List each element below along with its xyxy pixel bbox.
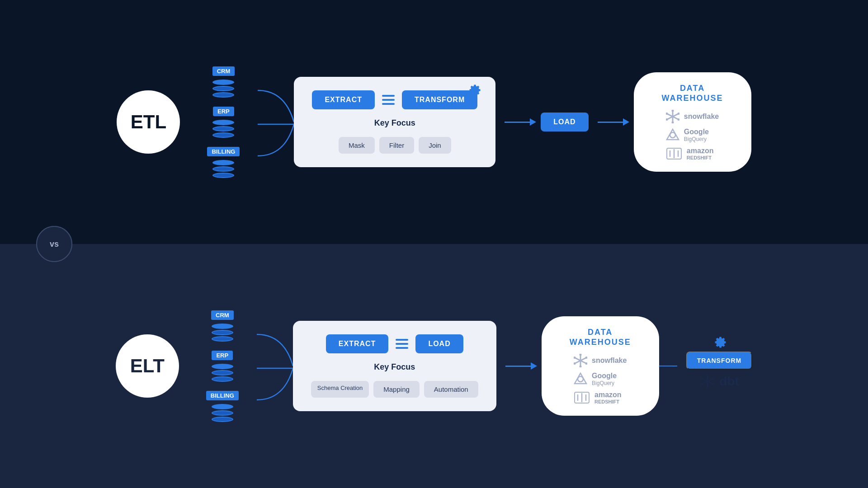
etl-badges: Mask Filter Join — [339, 137, 451, 154]
redshift-text-top: amazonREDSHIFT — [687, 147, 714, 160]
erp-db-bot — [212, 364, 233, 382]
redshift-icon-bot — [574, 391, 590, 404]
gear-icon-bot — [711, 333, 727, 351]
svg-point-11 — [670, 132, 675, 138]
transform-button-ext[interactable]: TRANSFORM — [686, 352, 752, 370]
extract-button-bot[interactable]: EXTRACT — [326, 334, 389, 353]
elt-badges: Schema Creation Mapping Automation — [311, 381, 478, 398]
snowflake-text-bot: snowflake — [592, 357, 627, 365]
redshift-icon-top — [666, 147, 682, 160]
badge-automation: Automation — [424, 381, 478, 398]
bigquery-row-bot: GoogleBigQuery — [574, 372, 627, 386]
badge-join: Join — [419, 137, 451, 154]
elt-section: ELT CRM ERP — [0, 244, 868, 488]
db-disk — [212, 173, 234, 178]
key-focus-title-bot: Key Focus — [374, 362, 415, 372]
badge-schema: Schema Creation — [311, 381, 369, 398]
branch-lines-top — [258, 72, 294, 172]
badge-mask: Mask — [339, 137, 375, 154]
vs-circle-fixed: vs — [36, 226, 72, 262]
erp-db-top — [212, 120, 234, 138]
snowflake-text-top: snowflake — [684, 113, 719, 121]
redshift-row-bot: amazonREDSHIFT — [574, 391, 627, 404]
snowflake-row-top: snowflake — [666, 110, 719, 123]
h-line-to-transform — [659, 366, 677, 366]
svg-point-4 — [671, 110, 674, 112]
db-disk — [212, 86, 234, 91]
db-disk — [212, 126, 234, 131]
warehouse-logos-bot: snowflake GoogleBigQuery — [574, 354, 627, 404]
redshift-text-bot: amazonREDSHIFT — [594, 391, 622, 404]
redshift-row-top: amazonREDSHIFT — [666, 147, 719, 160]
bigquery-text-top: GoogleBigQuery — [684, 128, 709, 142]
load-button-bot[interactable]: LOAD — [415, 334, 463, 353]
warehouse-title-bot: DATA WAREHOUSE — [570, 328, 631, 347]
snowflake-row-bot: snowflake — [574, 354, 627, 367]
etl-source-group: CRM ERP — [207, 66, 240, 178]
etl-section: ETL CRM ERP — [0, 0, 868, 244]
snowflake-icon-top — [666, 110, 679, 123]
elt-label: ELT — [116, 334, 179, 398]
bigquery-row-top: GoogleBigQuery — [666, 128, 719, 142]
equals-icon-top — [382, 95, 395, 105]
warehouse-logos-top: snowflake GoogleBigQuery — [666, 110, 719, 160]
snowflake-icon-bot — [574, 354, 587, 367]
crm-source-bot: CRM — [211, 310, 234, 342]
db-disk — [212, 132, 234, 138]
arrow-to-load-top — [505, 122, 532, 123]
elt-buttons-row: EXTRACT LOAD — [326, 334, 463, 353]
db-disk — [212, 120, 234, 125]
bigquery-icon-top — [666, 128, 679, 142]
billing-source-top: BILLING — [207, 147, 240, 178]
arrow-to-warehouse-bot — [505, 366, 533, 367]
etl-process-box: EXTRACT TRANSFORM Key Focus — [294, 77, 495, 167]
gear-icon-top — [466, 80, 482, 99]
extract-button-top[interactable]: EXTRACT — [312, 90, 375, 109]
key-focus-title-top: Key Focus — [374, 118, 415, 128]
branch-lines-bot — [257, 316, 293, 416]
dbt-icon — [699, 373, 716, 389]
elt-sources: CRM ERP — [206, 310, 293, 422]
erp-source-top: ERP — [212, 107, 234, 138]
bigquery-text-bot: GoogleBigQuery — [592, 372, 617, 386]
elt-warehouse: DATA WAREHOUSE — [542, 316, 659, 415]
bigquery-icon-bot — [574, 372, 587, 386]
elt-transform-external: TRANSFORM dbt — [686, 343, 752, 389]
etl-buttons-row: EXTRACT TRANSFORM — [312, 90, 477, 109]
crm-db-bot — [212, 324, 233, 342]
etl-label: ETL — [117, 90, 180, 154]
warehouse-title-top: DATA WAREHOUSE — [662, 84, 723, 103]
db-disk — [212, 160, 234, 165]
billing-db-bot — [212, 404, 233, 422]
badge-mapping: Mapping — [373, 381, 420, 398]
svg-point-5 — [671, 121, 674, 123]
billing-source-bot: BILLING — [206, 391, 239, 422]
crm-source-top: CRM — [212, 66, 235, 98]
etl-load-connector: LOAD — [495, 113, 633, 131]
dbt-logo: dbt — [699, 373, 739, 389]
dbt-text: dbt — [719, 374, 739, 389]
crm-db-top — [212, 80, 234, 98]
equals-icon-bot — [396, 339, 408, 349]
etl-sources: CRM ERP — [207, 66, 294, 178]
db-disk — [212, 166, 234, 172]
etl-warehouse: DATA WAREHOUSE — [634, 72, 751, 171]
arrow-to-warehouse-top — [598, 122, 625, 123]
badge-filter: Filter — [379, 137, 414, 154]
erp-source-bot: ERP — [212, 351, 233, 382]
transform-with-gear: TRANSFORM — [686, 343, 752, 370]
db-disk — [212, 92, 234, 98]
load-button-top[interactable]: LOAD — [541, 113, 588, 131]
transform-container-top: TRANSFORM — [402, 90, 477, 109]
svg-point-21 — [580, 365, 582, 367]
svg-point-27 — [578, 376, 583, 382]
billing-db-top — [212, 160, 234, 178]
svg-point-20 — [580, 354, 582, 356]
db-disk — [212, 80, 234, 85]
elt-source-group: CRM ERP — [206, 310, 239, 422]
elt-process-box: EXTRACT LOAD Key Focus Schema Creation M… — [293, 321, 496, 411]
